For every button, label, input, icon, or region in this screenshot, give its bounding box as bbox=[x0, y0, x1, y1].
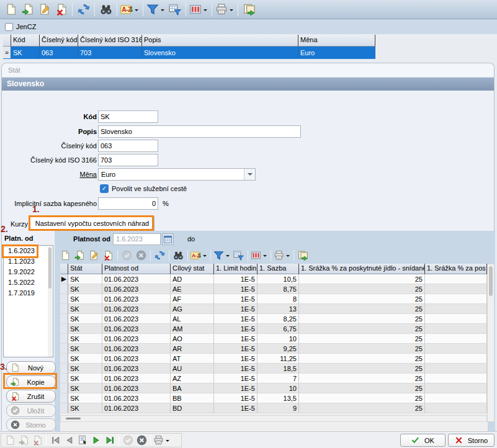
refresh-button[interactable] bbox=[75, 1, 92, 18]
doc-open-button[interactable] bbox=[73, 248, 87, 262]
x-circle-icon bbox=[137, 435, 147, 446]
jencz-checkbox[interactable] bbox=[5, 23, 13, 31]
funnel-grid-button[interactable] bbox=[166, 1, 183, 18]
table-row[interactable]: SK01.06.2023AR1E-59,2525 bbox=[60, 344, 487, 354]
dropdown-arrow-icon[interactable] bbox=[166, 440, 169, 444]
column-header[interactable]: Platnost od bbox=[102, 264, 171, 274]
zru-it-button[interactable]: Zrušit bbox=[6, 390, 56, 403]
dropdown-arrow-icon[interactable] bbox=[286, 255, 290, 259]
doc-new-button[interactable] bbox=[58, 248, 73, 262]
table-cell: Slovensko bbox=[142, 47, 298, 59]
povolit-checkbox[interactable]: ✓ bbox=[100, 184, 109, 193]
table-row[interactable]: SK01.06.2023AG1E-51325 bbox=[60, 304, 487, 314]
nav-prev-icon bbox=[64, 435, 74, 446]
export-button[interactable] bbox=[241, 1, 257, 18]
table-row[interactable]: SK01.06.2023AL1E-58,2525 bbox=[60, 314, 487, 324]
report-button[interactable] bbox=[76, 434, 89, 447]
popis-field[interactable] bbox=[98, 125, 301, 138]
table-row[interactable]: ▶SK01.06.2023AD1E-510,525 bbox=[60, 274, 487, 284]
platnost-od-input[interactable]: 1.6.2023 bbox=[113, 233, 161, 245]
kod-field[interactable] bbox=[98, 110, 158, 123]
funnel-button[interactable] bbox=[146, 1, 166, 18]
date-list-item[interactable]: 1.5.2022 bbox=[4, 277, 53, 288]
columns-button[interactable] bbox=[250, 248, 269, 262]
column-header[interactable]: Kód bbox=[11, 35, 40, 47]
x-circle-button[interactable] bbox=[135, 434, 148, 447]
sort-az-button[interactable]: A-Z bbox=[190, 248, 208, 262]
dropdown-arrow-icon[interactable] bbox=[230, 9, 233, 13]
doc-delete-button[interactable] bbox=[53, 1, 69, 18]
doc-delete-button[interactable] bbox=[101, 248, 115, 262]
sort-az-button[interactable]: A-Z bbox=[120, 1, 140, 18]
printer-button[interactable] bbox=[215, 1, 235, 18]
iso-kod-field[interactable] bbox=[98, 154, 158, 166]
doc-new-button[interactable] bbox=[2, 1, 19, 18]
scrollbar-thumb[interactable] bbox=[489, 266, 493, 296]
mena-dropdown-button[interactable] bbox=[244, 169, 255, 180]
dropdown-arrow-icon[interactable] bbox=[135, 9, 138, 13]
table-row[interactable]: »SK063703SlovenskoEuro bbox=[3, 47, 375, 59]
column-header[interactable]: 1. Sazba bbox=[257, 264, 299, 274]
table-row[interactable]: SK01.06.2023AE1E-58,7525 bbox=[60, 284, 487, 294]
scrollbar-thumb[interactable] bbox=[66, 418, 81, 419]
dropdown-arrow-icon[interactable] bbox=[226, 255, 230, 259]
nav-prev-button[interactable] bbox=[62, 434, 76, 447]
doc-edit-button[interactable] bbox=[36, 1, 53, 18]
vertical-scrollbar[interactable] bbox=[487, 264, 495, 422]
table-row[interactable]: SK01.06.2023AZ1E-5725 bbox=[60, 374, 487, 383]
kapesne-field[interactable] bbox=[98, 197, 158, 210]
ciselny-kod-field[interactable] bbox=[98, 140, 158, 152]
column-header[interactable]: 1. Srážka % za pos bbox=[425, 264, 487, 274]
table-row[interactable]: SK01.06.2023AU1E-518,525 bbox=[60, 364, 487, 374]
scrollbar-thumb[interactable] bbox=[48, 248, 51, 289]
ok-button[interactable]: OK bbox=[400, 434, 446, 447]
validity-column-header[interactable]: Platn. od bbox=[4, 235, 33, 242]
stat-group-header[interactable]: Stát bbox=[2, 63, 494, 78]
dropdown-arrow-icon[interactable] bbox=[204, 9, 207, 13]
column-header[interactable]: Stát bbox=[68, 264, 102, 274]
mena-label[interactable]: Měna bbox=[6, 168, 97, 181]
doc-open-button[interactable] bbox=[19, 1, 36, 18]
column-header[interactable]: 1. Srážka % za poskytnuté jídlo - snídan… bbox=[299, 264, 425, 274]
nav-first-button[interactable] bbox=[48, 434, 62, 447]
nov--button[interactable]: Nový bbox=[6, 361, 56, 374]
validity-scrollbar[interactable] bbox=[48, 246, 52, 357]
povolit-label: Povolit ve služební cestě bbox=[112, 184, 187, 194]
column-header[interactable]: Číselný kód ISO 3166 bbox=[78, 35, 142, 47]
dropdown-arrow-icon[interactable] bbox=[203, 255, 207, 259]
columns-button[interactable] bbox=[189, 1, 209, 18]
column-header[interactable]: 1. Limit hodin bbox=[214, 264, 257, 274]
table-row[interactable]: SK01.06.2023AO1E-51025 bbox=[60, 334, 487, 344]
horizontal-scrollbar[interactable] bbox=[60, 415, 487, 422]
refresh-button[interactable] bbox=[153, 248, 167, 262]
funnel-grid-button[interactable] bbox=[231, 248, 246, 262]
storno-button[interactable]: Storno bbox=[448, 434, 495, 447]
nav-next-button[interactable] bbox=[89, 434, 103, 447]
binoculars-button[interactable] bbox=[97, 1, 114, 18]
funnel-button[interactable] bbox=[213, 248, 231, 262]
chevron-down-icon bbox=[248, 173, 253, 178]
export-button[interactable] bbox=[296, 248, 310, 262]
column-header[interactable]: Měna bbox=[298, 35, 375, 47]
mena-select[interactable]: Euro bbox=[98, 168, 256, 181]
table-cell: BB bbox=[171, 393, 214, 403]
date-list-item[interactable]: 1.9.2022 bbox=[4, 267, 53, 277]
dropdown-arrow-icon[interactable] bbox=[263, 255, 267, 259]
doc-edit-button[interactable] bbox=[87, 248, 101, 262]
binoculars-button[interactable] bbox=[171, 248, 186, 262]
printer-button[interactable] bbox=[153, 434, 171, 447]
date-list-item[interactable]: 1.7.2019 bbox=[4, 288, 53, 298]
table-row[interactable]: SK01.06.2023BA1E-51025 bbox=[60, 383, 487, 393]
table-row[interactable]: SK01.06.2023AT1E-511,2525 bbox=[60, 354, 487, 364]
table-row[interactable]: SK01.06.2023AM1E-56,7525 bbox=[60, 324, 487, 334]
printer-button[interactable] bbox=[273, 248, 292, 262]
column-header[interactable]: Popis bbox=[142, 35, 298, 47]
calendar-button[interactable] bbox=[162, 233, 174, 245]
column-header[interactable]: Cílový stat bbox=[171, 264, 214, 274]
dropdown-arrow-icon[interactable] bbox=[161, 9, 164, 13]
column-header[interactable]: Číselný kód bbox=[40, 35, 78, 47]
nav-last-button[interactable] bbox=[103, 434, 117, 447]
table-row[interactable]: SK01.06.2023BB1E-513,525 bbox=[60, 393, 487, 403]
table-row[interactable]: SK01.06.2023AF1E-5825 bbox=[60, 294, 487, 304]
table-row[interactable]: SK01.06.2023BD1E-5925 bbox=[60, 403, 487, 413]
